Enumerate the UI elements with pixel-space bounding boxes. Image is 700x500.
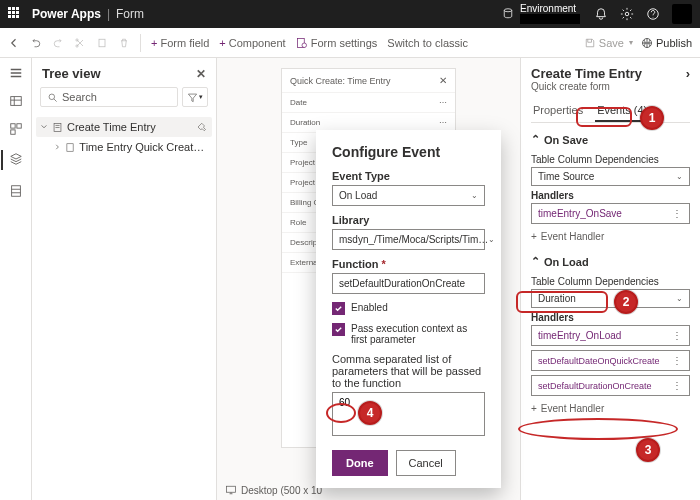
undo-icon[interactable] xyxy=(30,37,42,49)
publish-icon xyxy=(641,37,653,49)
delete-icon[interactable] xyxy=(118,37,130,49)
search-input[interactable]: Search xyxy=(40,87,178,107)
help-icon[interactable] xyxy=(646,7,660,21)
paste-icon[interactable] xyxy=(96,37,108,49)
handler-onload-1[interactable]: timeEntry_OnLoad⋮ xyxy=(531,325,690,346)
form-icon xyxy=(52,122,63,133)
svg-rect-13 xyxy=(11,186,20,197)
form-field-button[interactable]: +Form field xyxy=(151,37,209,49)
app-name: Power Apps xyxy=(32,7,101,21)
tree-view-rail-button[interactable] xyxy=(1,150,29,170)
tree-view-pane: Tree view ✕ Search ▾ Create Time Entry xyxy=(32,58,217,500)
desktop-icon xyxy=(225,484,237,496)
context-checkbox[interactable]: Pass execution context as first paramete… xyxy=(332,323,485,345)
svg-rect-11 xyxy=(16,124,20,128)
title-bar: Power Apps | Form Environment xyxy=(0,0,700,28)
save-button[interactable]: Save ▾ xyxy=(584,37,633,49)
section-on-save[interactable]: ⌃On Save xyxy=(531,129,690,150)
save-icon xyxy=(584,37,596,49)
handler-onsave-1[interactable]: timeEntry_OnSave⋮ xyxy=(531,203,690,224)
page-name: Form xyxy=(116,7,144,21)
enabled-checkbox[interactable]: Enabled xyxy=(332,302,485,315)
database-icon xyxy=(502,8,514,20)
add-handler-onsave[interactable]: +Event Handler xyxy=(531,228,690,245)
back-icon[interactable] xyxy=(8,37,20,49)
table-icon[interactable] xyxy=(9,94,23,108)
layers-icon xyxy=(9,152,23,166)
svg-rect-12 xyxy=(10,130,14,134)
tab-properties[interactable]: Properties xyxy=(531,100,585,122)
checkbox-checked-icon xyxy=(332,302,345,315)
environment-picker[interactable]: Environment xyxy=(502,4,580,24)
filter-button[interactable]: ▾ xyxy=(182,87,208,107)
chevron-right-icon[interactable]: › xyxy=(686,66,690,81)
annotation-callout-4: 4 xyxy=(358,401,382,425)
cancel-button[interactable]: Cancel xyxy=(396,450,456,476)
svg-point-1 xyxy=(625,12,629,16)
components-icon[interactable] xyxy=(9,122,23,136)
search-icon xyxy=(47,92,58,103)
done-button[interactable]: Done xyxy=(332,450,388,476)
redo-icon[interactable] xyxy=(52,37,64,49)
gear-icon[interactable] xyxy=(620,7,634,21)
svg-rect-5 xyxy=(99,39,105,47)
tree-item-root[interactable]: Create Time Entry xyxy=(36,117,212,137)
svg-point-7 xyxy=(302,43,307,48)
event-type-select[interactable]: On Load⌄ xyxy=(332,185,485,206)
add-handler-onload[interactable]: +Event Handler xyxy=(531,400,690,417)
annotation-callout-3: 3 xyxy=(636,438,660,462)
cut-icon[interactable] xyxy=(74,37,86,49)
svg-rect-10 xyxy=(10,124,14,128)
chevron-right-icon xyxy=(54,143,61,151)
pane-title: Create Time Entry xyxy=(531,66,642,81)
annotation-callout-2: 2 xyxy=(614,290,638,314)
pane-subtitle: Quick create form xyxy=(531,81,690,92)
hamburger-icon[interactable] xyxy=(9,66,23,80)
svg-rect-16 xyxy=(67,143,73,151)
section-on-load[interactable]: ⌃On Load xyxy=(531,251,690,272)
function-input[interactable]: setDefaultDurationOnCreate xyxy=(332,273,485,294)
tcd-onload-select[interactable]: Duration⌄ xyxy=(531,289,690,308)
svg-point-14 xyxy=(49,94,55,100)
handler-onload-2[interactable]: setDefaultDateOnQuickCreate⋮ xyxy=(531,350,690,371)
form-preview-header: Quick Create: Time Entry xyxy=(290,76,391,86)
env-label: Environment xyxy=(520,4,580,14)
env-name-redacted xyxy=(520,14,580,24)
checkbox-checked-icon xyxy=(332,323,345,336)
params-textarea[interactable] xyxy=(332,392,485,436)
switch-classic-button[interactable]: Switch to classic xyxy=(387,37,468,49)
waffle-icon[interactable] xyxy=(8,7,22,21)
modal-title: Configure Event xyxy=(332,144,485,160)
form-settings-button[interactable]: Form settings xyxy=(296,37,378,49)
close-icon[interactable]: ✕ xyxy=(196,67,206,81)
filter-icon xyxy=(187,92,198,103)
library-select[interactable]: msdyn_/Time/Moca/Scripts/Tim…⌄ xyxy=(332,229,485,250)
bell-icon[interactable] xyxy=(594,7,608,21)
properties-pane: Create Time Entry› Quick create form Pro… xyxy=(520,58,700,500)
configure-event-modal: Configure Event Event Type On Load⌄ Libr… xyxy=(316,130,501,488)
annotation-callout-1: 1 xyxy=(640,106,664,130)
tree-item-child[interactable]: Time Entry Quick Create F… xyxy=(36,137,212,157)
pin-icon[interactable] xyxy=(198,122,208,132)
tcd-onsave-select[interactable]: Time Source⌄ xyxy=(531,167,690,186)
component-button[interactable]: +Component xyxy=(219,37,285,49)
svg-rect-9 xyxy=(10,97,21,106)
publish-button[interactable]: Publish xyxy=(641,37,692,49)
tree-view-title: Tree view xyxy=(42,66,101,81)
svg-rect-17 xyxy=(227,486,236,492)
chevron-down-icon xyxy=(40,123,48,131)
command-bar: +Form field +Component Form settings Swi… xyxy=(0,28,700,58)
handler-onload-3[interactable]: setDefaultDurationOnCreate⋮ xyxy=(531,375,690,396)
avatar[interactable] xyxy=(672,4,692,24)
form-icon xyxy=(65,142,75,153)
close-icon[interactable]: ✕ xyxy=(439,75,447,86)
svg-point-0 xyxy=(504,9,512,12)
data-icon[interactable] xyxy=(9,184,23,198)
form-settings-icon xyxy=(296,37,308,49)
nav-rail xyxy=(0,58,32,500)
